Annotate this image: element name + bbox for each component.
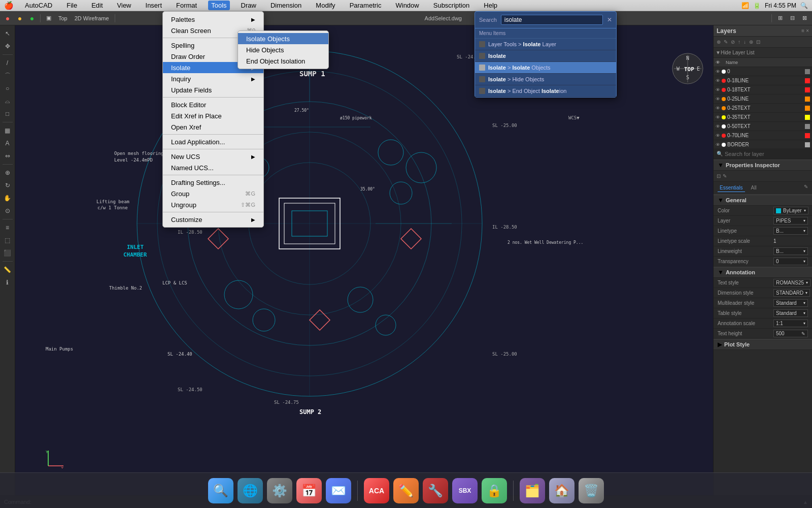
maximize-btn[interactable]: ● [26, 13, 38, 23]
layer-icon1[interactable]: ⊕ [716, 38, 722, 46]
search-result-1[interactable]: Isolate [475, 50, 616, 62]
properties-inspector-header[interactable]: ▼ Properties Inspector [714, 160, 812, 171]
dock-browser[interactable]: 🌐 [238, 478, 263, 503]
prop-annot-value-5[interactable]: 500 ✎ [773, 330, 808, 337]
prop-annot-value-4[interactable]: 1:1 ▾ [773, 320, 808, 327]
general-section-header[interactable]: ▼ General [714, 195, 812, 206]
plot-section-header[interactable]: ▶ Plot Style [714, 339, 812, 350]
prop-value-lineweight[interactable]: B... ▾ [773, 247, 808, 255]
dock-folder[interactable]: 🗂️ [520, 478, 545, 503]
toolbar-icon2[interactable]: ⊟ [787, 13, 798, 23]
prop-annot-value-2[interactable]: Standard ▾ [773, 299, 808, 307]
menu-parametric[interactable]: Parametric [347, 1, 385, 10]
view-cube-btn[interactable]: ▣ [43, 13, 54, 23]
menu-named-ucs[interactable]: Named UCS... [163, 162, 263, 173]
dock-home[interactable]: 🏠 [549, 478, 574, 503]
layer-icon2[interactable]: ✎ [723, 38, 729, 46]
layer-item[interactable]: 👁 0-50TEXT [714, 122, 812, 131]
menu-tools[interactable]: Tools [208, 1, 229, 10]
pan-tool[interactable]: ✋ [2, 192, 14, 204]
menu-update-fields[interactable]: Update Fields [163, 84, 263, 96]
dock-tool2[interactable]: 🔒 [482, 478, 507, 503]
circle-tool[interactable]: ○ [2, 82, 14, 94]
zoom-tool[interactable]: ⊙ [2, 205, 14, 217]
end-object-isolation-item[interactable]: End Object Isolation [238, 55, 328, 67]
dock-sketch[interactable]: ✏️ [393, 478, 419, 503]
menu-autocad[interactable]: AutoCAD [22, 1, 55, 10]
layer-item[interactable]: 👁 0-35TEXT [714, 113, 812, 122]
layer-item[interactable]: 👁 0-70LINE [714, 131, 812, 140]
edit-icon[interactable]: ✎ [804, 184, 808, 192]
prop-value-color[interactable]: ByLayer ▾ [773, 207, 808, 214]
dim-tool[interactable]: ⇔ [2, 150, 14, 162]
menu-group[interactable]: Group ⌘G [163, 188, 263, 199]
move-tool[interactable]: ✥ [2, 40, 14, 52]
hatch-tool[interactable]: ▦ [2, 124, 14, 137]
layer-item[interactable]: 👁 0-25LINE [714, 94, 812, 104]
dock-system-prefs[interactable]: ⚙️ [267, 478, 292, 503]
isolate-objects-item[interactable]: Isolate Objects [238, 33, 328, 44]
layers-ctrl1[interactable]: ≡ [801, 28, 804, 34]
menu-ungroup[interactable]: Ungroup ⇧⌘G [163, 199, 263, 210]
dock-finder[interactable]: 🔍 [208, 478, 233, 503]
menu-file[interactable]: File [63, 1, 80, 10]
prop-annot-value-0[interactable]: ROMANS25 ▾ [773, 279, 810, 287]
arc-tool[interactable]: ⌓ [2, 95, 14, 107]
dock-calendar[interactable]: 📅 [296, 478, 322, 503]
dock-autocad[interactable]: ACA [364, 478, 389, 503]
snap-tool[interactable]: ⊕ [2, 167, 14, 179]
menu-open-xref[interactable]: Open Xref [163, 121, 263, 133]
dock-sbx[interactable]: SBX [452, 478, 478, 503]
menu-help[interactable]: Help [481, 1, 500, 10]
properties-tool[interactable]: ℹ [2, 276, 14, 289]
menu-format[interactable]: Format [173, 1, 200, 10]
toolbar-icon1[interactable]: ⊞ [774, 13, 786, 23]
block-tool[interactable]: ⬚ [2, 234, 14, 246]
menu-view[interactable]: View [114, 1, 134, 10]
search-result-3[interactable]: Isolate > Hide Objects [475, 74, 616, 85]
search-result-4[interactable]: Isolate > End Object Isolateion [475, 85, 616, 97]
search-close-btn[interactable]: ✕ [607, 16, 612, 23]
tab-all[interactable]: All [749, 184, 759, 192]
layer-icon6[interactable]: ⊛ [748, 38, 754, 46]
polyline-tool[interactable]: ⌒ [2, 70, 14, 82]
prop-icon2[interactable]: ✎ [723, 173, 727, 179]
menu-window[interactable]: Window [392, 1, 422, 10]
menu-block-editor[interactable]: Block Editor [163, 99, 263, 110]
menu-drafting-settings[interactable]: Drafting Settings... [163, 177, 263, 188]
layer-item[interactable]: 👁 0-18TEXT [714, 85, 812, 94]
layer-icon3[interactable]: ⊘ [730, 38, 736, 46]
measure-tool[interactable]: 📏 [2, 264, 14, 276]
search-icon[interactable]: 🔍 [800, 2, 808, 9]
orbit-tool[interactable]: ↻ [2, 179, 14, 192]
layers-ctrl2[interactable]: × [806, 28, 809, 34]
prop-value-transparency[interactable]: 0 ▾ [773, 258, 808, 265]
layer-item[interactable]: 👁 0-25TEXT [714, 104, 812, 113]
edit-btn[interactable]: ✎ [801, 331, 805, 336]
search-result-2[interactable]: Isolate > Isolate Objects [475, 62, 616, 74]
menu-modify[interactable]: Modify [313, 1, 338, 10]
minimize-btn[interactable]: ● [14, 13, 25, 23]
prop-annot-value-1[interactable]: STANDARD ▾ [773, 289, 810, 297]
select-tool[interactable]: ↖ [2, 27, 14, 40]
annotation-section-header[interactable]: ▼ Annotation [714, 267, 812, 278]
text-tool[interactable]: A [2, 137, 14, 149]
hide-layer-list[interactable]: ▼ Hide Layer List [714, 48, 812, 58]
menu-palettes[interactable]: Palettes ▶ [163, 14, 263, 25]
rect-tool[interactable]: □ [2, 108, 14, 120]
layer-item[interactable]: 👁 0 [714, 67, 812, 76]
layer-icon7[interactable]: ⊡ [755, 38, 761, 46]
prop-icon1[interactable]: ⊡ [717, 173, 721, 179]
layer-item[interactable]: 👁 BORDER [714, 140, 812, 148]
menu-edit-xref[interactable]: Edit Xref in Place [163, 110, 263, 121]
layer-icon5[interactable]: ↓ [742, 38, 747, 46]
menu-customize[interactable]: Customize ▶ [163, 214, 263, 225]
prop-value-layer[interactable]: PIPES ▾ [773, 217, 808, 225]
toolbar-icon3[interactable]: ⊠ [799, 13, 810, 23]
prop-value-linetype[interactable]: B... ▾ [773, 227, 808, 235]
search-popup-input[interactable] [501, 15, 603, 25]
search-result-0[interactable]: Layer Tools > Isolate Layer [475, 39, 616, 50]
dock-trash[interactable]: 🗑️ [579, 478, 604, 503]
menu-dimension[interactable]: Dimension [267, 1, 304, 10]
line-tool[interactable]: / [2, 57, 14, 69]
